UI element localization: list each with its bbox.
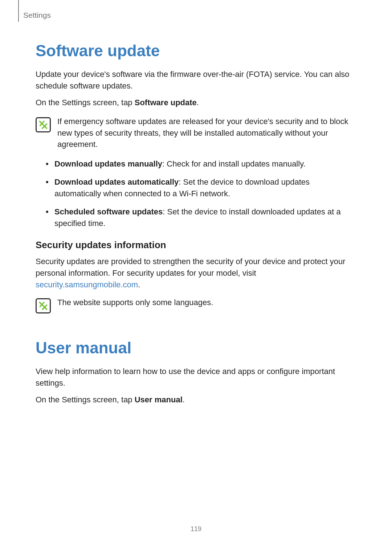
- user-manual-instruction-prefix: On the Settings screen, tap: [36, 395, 135, 404]
- page-number: 119: [0, 525, 392, 533]
- note-text-2: The website supports only some languages…: [57, 297, 213, 308]
- heading-user-manual: User manual: [36, 339, 356, 357]
- bullet-text: : Check for and install updates manually…: [162, 159, 306, 168]
- note-icon: [36, 298, 51, 313]
- document-page: Settings Software update Update your dev…: [0, 0, 392, 554]
- software-instruction: On the Settings screen, tap Software upd…: [36, 97, 356, 108]
- bullet-bold: Scheduled software updates: [54, 207, 163, 216]
- security-suffix: .: [138, 280, 140, 289]
- heading-software-update: Software update: [36, 42, 356, 60]
- note-security-updates: If emergency software updates are releas…: [36, 116, 356, 151]
- user-manual-instruction: On the Settings screen, tap User manual.: [36, 394, 356, 406]
- software-bullet-list: Download updates manually: Check for and…: [36, 158, 356, 229]
- user-manual-instruction-bold: User manual: [135, 395, 183, 404]
- list-item: Download updates manually: Check for and…: [46, 158, 356, 170]
- user-manual-instruction-suffix: .: [183, 395, 185, 404]
- list-item: Scheduled software updates: Set the devi…: [46, 206, 356, 229]
- header-tab: Settings: [18, 4, 51, 22]
- security-link[interactable]: security.samsungmobile.com: [36, 280, 138, 289]
- software-instruction-suffix: .: [197, 98, 199, 107]
- list-item: Download updates automatically: Set the …: [46, 176, 356, 200]
- note-text-1: If emergency software updates are releas…: [57, 116, 356, 151]
- bullet-bold: Download updates manually: [54, 159, 162, 168]
- user-manual-intro: View help information to learn how to us…: [36, 366, 356, 389]
- security-prefix: Security updates are provided to strengt…: [36, 257, 346, 278]
- page-content: Software update Update your device's sof…: [25, 42, 367, 406]
- software-instruction-bold: Software update: [135, 98, 197, 107]
- bullet-bold: Download updates automatically: [54, 177, 179, 186]
- header-divider: [18, 0, 19, 22]
- note-website-languages: The website supports only some languages…: [36, 297, 356, 313]
- software-intro: Update your device's software via the fi…: [36, 69, 356, 92]
- note-icon: [36, 117, 51, 132]
- subheading-security-info: Security updates information: [36, 239, 356, 251]
- section-breadcrumb: Settings: [23, 11, 51, 20]
- software-instruction-prefix: On the Settings screen, tap: [36, 98, 135, 107]
- security-paragraph: Security updates are provided to strengt…: [36, 256, 356, 291]
